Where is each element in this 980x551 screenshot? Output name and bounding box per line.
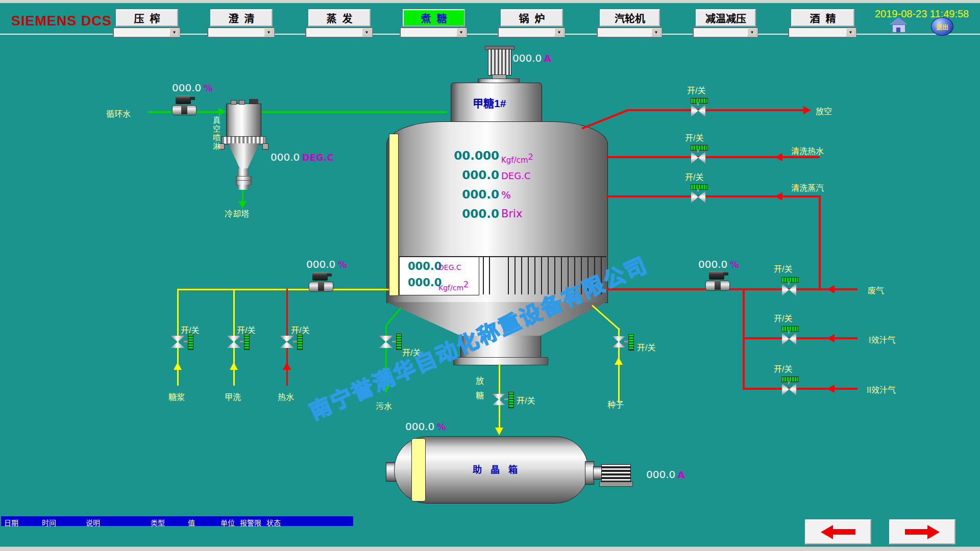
flow-arrow-up	[283, 362, 291, 370]
nav-button-turbine[interactable]: 汽轮机	[600, 9, 660, 27]
condenser-grill	[222, 136, 266, 144]
tank-motor-base	[599, 482, 633, 487]
onoff-label-discharge: 开/关	[517, 394, 535, 406]
pipe-vent	[627, 109, 804, 111]
nav-dropdown-desuperheat[interactable]: ▼	[693, 27, 758, 37]
nav-dropdown-pressing[interactable]: ▼	[113, 27, 180, 37]
nav-button-pressing[interactable]: 压 榨	[116, 9, 178, 27]
chevron-down-icon[interactable]: ▼	[362, 28, 372, 36]
nav-button-clarification[interactable]: 澄 清	[210, 9, 273, 27]
onoff-label-juice1: 开/关	[774, 312, 792, 324]
agitator-current-readout: 000.0 A	[512, 52, 551, 64]
pipe-feed-header	[177, 289, 389, 290]
arrow-left-icon	[821, 525, 833, 539]
pan-outlet	[460, 336, 541, 357]
pan-level-unit: %	[501, 189, 511, 201]
condenser-tab	[231, 100, 237, 105]
alarm-col-value: 值	[188, 517, 195, 528]
pan-temp-unit: DEG.C	[501, 170, 530, 181]
flow-arrow-down	[495, 428, 503, 435]
pan-level-gauge	[389, 134, 399, 296]
feed-valve-readout: 000.0 %	[306, 258, 347, 270]
pan-temp-value: 000.0	[462, 168, 499, 182]
pan-pressure-value: 00.000	[454, 149, 499, 162]
condenser-pipe	[238, 185, 249, 190]
window-bottom-strip	[0, 546, 980, 551]
nav-button-sugar-boiling[interactable]: 煮 糖	[403, 9, 465, 27]
alarm-table-header: 日期 时间 说明 类型 值 单位 报警限 状态	[1, 516, 353, 526]
nav-button-alcohol[interactable]: 酒 精	[791, 9, 854, 27]
chevron-down-icon[interactable]: ▼	[747, 28, 757, 36]
agitator-motor	[488, 49, 511, 76]
onoff-label-drain: 开/关	[402, 346, 421, 358]
nav-dropdown-clarification[interactable]: ▼	[207, 27, 275, 37]
drain-label: 污水	[376, 399, 392, 412]
pan-level-row: 000.0	[439, 188, 499, 201]
chevron-down-icon[interactable]: ▼	[846, 28, 855, 36]
onoff-label-wastegas: 开/关	[774, 262, 792, 274]
nav-dropdown-evaporation[interactable]: ▼	[305, 27, 373, 37]
calandria-tubes	[502, 257, 606, 294]
nav-dropdown-sugar-boiling[interactable]: ▼	[400, 27, 467, 37]
crys-level-value: 000.0	[405, 420, 434, 433]
vapor-valve-value: 000.0	[698, 258, 727, 270]
pipe-drain-diagonal	[386, 308, 402, 326]
flow-arrow-left	[775, 153, 782, 161]
condenser-cone	[228, 143, 259, 169]
feed-valve-unit: %	[338, 259, 347, 270]
nav-button-desuperheat[interactable]: 减温减压	[696, 9, 756, 27]
crys-current-unit: A	[678, 469, 685, 480]
spray-temp-readout: 000.0 DEG.C	[271, 151, 334, 163]
alarm-col-date: 日期	[4, 517, 18, 528]
vacuum-spray-label: 真空喷淋	[211, 116, 222, 165]
pan-brix-row: 000.0	[439, 207, 499, 220]
home-icon[interactable]	[889, 17, 908, 33]
dcs-screen: SIEMENS DCS 2019-08-23 11:49:58 压 榨 澄 清 …	[0, 0, 980, 551]
nav-dropdown-turbine[interactable]: ▼	[597, 27, 662, 37]
pan-outlet-flange	[453, 357, 548, 365]
flow-arrow-left	[827, 285, 835, 293]
pipe-vent-diagonal	[581, 109, 628, 130]
pipe-juice-vapor-2	[743, 388, 857, 390]
calandria-temp-value: 000.0	[408, 260, 442, 272]
awash-label: 甲洗	[225, 390, 241, 403]
nav-dropdown-alcohol[interactable]: ▼	[788, 27, 856, 37]
chevron-down-icon[interactable]: ▼	[456, 28, 466, 36]
onoff-label-juice2: 开/关	[774, 362, 792, 374]
circ-water-label: 循环水	[106, 107, 131, 119]
tank-motor	[601, 464, 631, 483]
circ-valve-value: 000.0	[172, 82, 201, 94]
onoff-label-washsteam: 开/关	[685, 170, 703, 183]
prev-page-button[interactable]	[805, 519, 871, 544]
flow-arrow-right	[803, 106, 811, 114]
agitator-current-unit: A	[544, 53, 551, 64]
wash-water-label: 清洗热水	[791, 144, 824, 157]
pipe-drain	[385, 325, 387, 387]
chevron-down-icon[interactable]: ▼	[169, 28, 179, 36]
vent-label: 放空	[816, 105, 832, 117]
pipe-cooling-tower	[242, 190, 243, 202]
chevron-down-icon[interactable]: ▼	[651, 28, 661, 36]
calandria-press-value: 000.0	[408, 277, 442, 289]
flow-arrow-up	[174, 362, 182, 370]
condenser-tab	[239, 100, 245, 105]
crystallizer-label: 助 晶 箱	[473, 462, 521, 475]
flow-arrow-up	[615, 357, 623, 365]
calandria-readout-box: 000.0 DEG.C 000.0 Kgf/cm2	[399, 257, 479, 295]
nav-button-evaporation[interactable]: 蒸 发	[308, 9, 371, 27]
next-page-button[interactable]	[889, 519, 955, 544]
agitator-current-value: 000.0	[512, 52, 542, 64]
alarm-col-limit: 报警限	[240, 517, 261, 528]
nav-button-boiler[interactable]: 锅 炉	[501, 9, 563, 27]
calandria-tubes	[478, 257, 490, 294]
chevron-down-icon[interactable]: ▼	[554, 28, 564, 36]
crys-current-readout: 000.0 A	[646, 468, 685, 481]
nav-dropdown-boiler[interactable]: ▼	[498, 27, 565, 37]
alarm-col-status: 状态	[266, 517, 281, 528]
wash-steam-label: 清洗蒸汽	[791, 181, 824, 193]
alarm-col-desc: 说明	[86, 517, 100, 528]
chevron-down-icon[interactable]: ▼	[264, 28, 274, 36]
arrow-right-icon	[927, 525, 940, 539]
exit-button[interactable]: 退出	[931, 17, 953, 36]
pan-temp-row: 000.0	[439, 168, 499, 182]
